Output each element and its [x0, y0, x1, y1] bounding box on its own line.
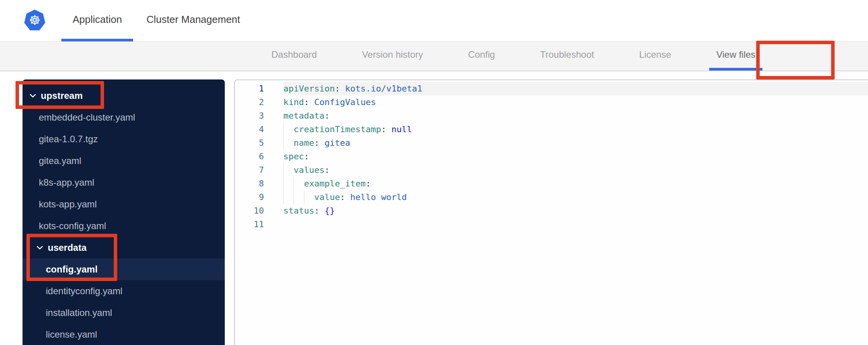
line-number: 1: [235, 82, 283, 95]
line-number: 9: [235, 190, 283, 204]
code-line-8: 8 example_item:: [235, 177, 868, 190]
nav-tab-dashboard[interactable]: Dashboard: [264, 41, 324, 71]
yaml-file-viewer[interactable]: 1apiVersion: kots.io/v1beta12kind: Confi…: [234, 79, 868, 345]
code-line-11: 11: [235, 217, 868, 231]
code-text[interactable]: name: gitea: [283, 136, 868, 150]
code-text[interactable]: apiVersion: kots.io/v1beta1: [283, 82, 868, 95]
tree-item-label: license.yaml: [46, 329, 97, 340]
nav-tab-version-history[interactable]: Version history: [355, 41, 430, 71]
line-number: 3: [235, 109, 283, 122]
line-number: 2: [235, 95, 283, 109]
code-line-9: 9 value: hello world: [235, 190, 868, 204]
line-number: 6: [235, 150, 283, 163]
code-text[interactable]: metadata:: [283, 109, 868, 122]
tree-folder-userdata[interactable]: userdata: [23, 237, 225, 259]
code-line-7: 7 values:: [235, 163, 868, 177]
kubernetes-logo-icon: ☸: [24, 9, 45, 33]
tree-file-license.yaml[interactable]: license.yaml: [23, 324, 225, 345]
nav-tab-view-files[interactable]: View files: [709, 41, 762, 71]
tree-item-label: gitea.yaml: [39, 155, 81, 166]
console-tab-cluster-management[interactable]: Cluster Management: [135, 0, 251, 41]
tree-file-config.yaml[interactable]: config.yaml: [23, 259, 225, 280]
line-number: 11: [235, 217, 283, 231]
code-line-1: 1apiVersion: kots.io/v1beta1: [235, 82, 868, 95]
code-line-4: 4 creationTimestamp: null: [235, 122, 868, 136]
tree-file-kots-app.yaml[interactable]: kots-app.yaml: [23, 193, 225, 215]
console-tab-application[interactable]: Application: [61, 0, 133, 41]
code-line-2: 2kind: ConfigValues: [235, 95, 868, 109]
code-text[interactable]: [283, 217, 868, 231]
nav-tab-troubleshoot[interactable]: Troubleshoot: [533, 41, 601, 71]
code-text[interactable]: example_item:: [283, 177, 868, 190]
tree-folder-upstream[interactable]: upstream: [23, 85, 225, 107]
tree-file-embedded-cluster.yaml[interactable]: embedded-cluster.yaml: [23, 107, 225, 128]
line-number: 8: [235, 177, 283, 190]
line-number: 7: [235, 163, 283, 177]
tree-item-label: installation.yaml: [46, 307, 112, 318]
svg-text:☸: ☸: [29, 12, 41, 28]
tree-item-label: kots-config.yaml: [39, 221, 106, 231]
tree-file-identityconfig.yaml[interactable]: identityconfig.yaml: [23, 280, 225, 302]
code-text[interactable]: values:: [283, 163, 868, 177]
console-tabs: ApplicationCluster Management: [61, 0, 252, 41]
code-line-6: 6spec:: [235, 150, 868, 163]
nav-tab-config[interactable]: Config: [461, 41, 502, 71]
top-bar: ☸ ApplicationCluster Management: [0, 0, 868, 41]
tree-file-k8s-app.yaml[interactable]: k8s-app.yaml: [23, 172, 225, 193]
tree-item-label: embedded-cluster.yaml: [39, 112, 135, 123]
tree-file-kots-config.yaml[interactable]: kots-config.yaml: [23, 215, 225, 237]
tree-item-label: upstream: [41, 90, 83, 101]
nav-tab-license[interactable]: License: [632, 41, 678, 71]
code-text[interactable]: status: {}: [283, 204, 868, 217]
line-number: 4: [235, 122, 283, 136]
code-text[interactable]: spec:: [283, 150, 868, 163]
app-nav-tabs: DashboardVersion historyConfigTroublesho…: [0, 41, 868, 71]
code-line-10: 10status: {}: [235, 204, 868, 217]
app-nav-bar: DashboardVersion historyConfigTroublesho…: [0, 41, 868, 71]
code-line-5: 5 name: gitea: [235, 136, 868, 150]
chevron-down-icon[interactable]: [30, 94, 36, 98]
tree-item-label: k8s-app.yaml: [39, 177, 94, 188]
file-tree-sidebar: upstreamembedded-cluster.yamlgitea-1.0.7…: [23, 79, 225, 345]
code-line-3: 3metadata:: [235, 109, 868, 122]
tree-item-label: config.yaml: [46, 264, 97, 275]
tree-item-label: userdata: [48, 242, 87, 253]
tree-item-label: kots-app.yaml: [39, 199, 97, 210]
code-text[interactable]: value: hello world: [283, 190, 868, 204]
tree-item-label: gitea-1.0.7.tgz: [39, 134, 98, 145]
tree-item-label: identityconfig.yaml: [46, 286, 122, 297]
tree-file-installation.yaml[interactable]: installation.yaml: [23, 302, 225, 324]
chevron-down-icon[interactable]: [37, 246, 43, 250]
tree-file-gitea-1.0.7.tgz[interactable]: gitea-1.0.7.tgz: [23, 128, 225, 150]
code-text[interactable]: kind: ConfigValues: [283, 95, 868, 109]
line-number: 10: [235, 204, 283, 217]
tree-file-gitea.yaml[interactable]: gitea.yaml: [23, 150, 225, 172]
line-number: 5: [235, 136, 283, 150]
code-text[interactable]: creationTimestamp: null: [283, 122, 868, 136]
